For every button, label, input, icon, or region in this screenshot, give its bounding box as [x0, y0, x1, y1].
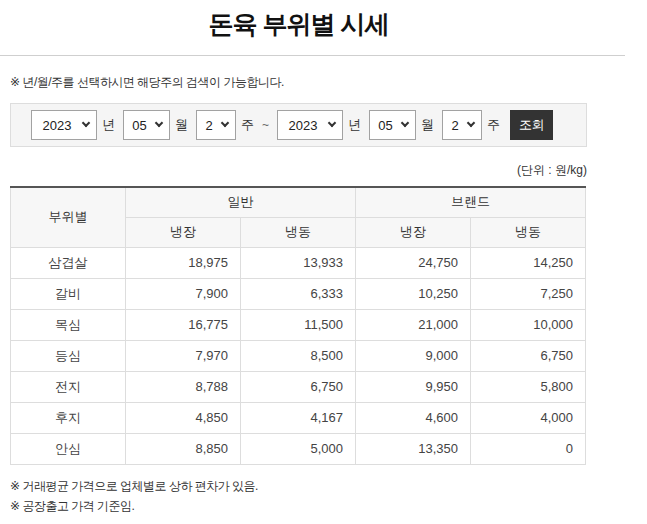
table-row: 갈비 7,900 6,333 10,250 7,250 — [11, 278, 586, 309]
start-week-select[interactable]: 2 — [196, 110, 236, 140]
price-cell: 6,750 — [471, 340, 586, 371]
price-cell: 7,250 — [471, 278, 586, 309]
search-button[interactable]: 조회 — [510, 110, 553, 140]
end-year-suffix: 년 — [348, 116, 361, 134]
end-month-select[interactable]: 05 — [369, 110, 416, 140]
price-cell: 5,800 — [471, 371, 586, 402]
price-cell: 11,500 — [241, 309, 356, 340]
price-cell: 24,750 — [356, 247, 471, 278]
start-week-select-wrap: 2 — [196, 110, 236, 140]
pork-price-table: 부위별 일반 브랜드 냉장 냉동 냉장 냉동 삼겹살 18,975 13,933… — [10, 186, 586, 465]
end-year-select[interactable]: 2023 — [277, 110, 343, 140]
guide-note: ※ 년/월/주를 선택하시면 해당주의 검색이 가능합니다. — [10, 74, 647, 91]
price-cell: 0 — [471, 433, 586, 464]
footnotes: ※ 거래평균 가격으로 업체별로 상하 편차가 있음. ※ 공장출고 가격 기준… — [10, 476, 647, 516]
price-cell: 7,970 — [126, 340, 241, 371]
footnote: ※ 거래평균 가격으로 업체별로 상하 편차가 있음. — [10, 476, 647, 496]
cut-name: 갈비 — [11, 278, 126, 309]
column-header-general-chilled: 냉장 — [126, 217, 241, 247]
title-divider — [0, 55, 625, 56]
price-cell: 13,350 — [356, 433, 471, 464]
start-month-select[interactable]: 05 — [123, 110, 170, 140]
end-week-select[interactable]: 2 — [442, 110, 482, 140]
start-year-select-wrap: 2023 — [31, 110, 97, 140]
price-cell: 5,000 — [241, 433, 356, 464]
page-title: 돈육 부위별 시세 — [10, 6, 587, 55]
cut-name: 안심 — [11, 433, 126, 464]
date-range-search-form: 2023 년 05 월 2 주 ~ 2023 년 — [10, 103, 587, 147]
unit-label: (단위 : 원/kg) — [10, 162, 587, 179]
cut-name: 목심 — [11, 309, 126, 340]
price-cell: 6,333 — [241, 278, 356, 309]
price-cell: 9,000 — [356, 340, 471, 371]
table-row: 삼겹살 18,975 13,933 24,750 14,250 — [11, 247, 586, 278]
table-row: 전지 8,788 6,750 9,950 5,800 — [11, 371, 586, 402]
column-header-brand-frozen: 냉동 — [471, 217, 586, 247]
end-month-select-wrap: 05 — [369, 110, 416, 140]
price-cell: 6,750 — [241, 371, 356, 402]
table-row: 등심 7,970 8,500 9,000 6,750 — [11, 340, 586, 371]
table-row: 후지 4,850 4,167 4,600 4,000 — [11, 402, 586, 433]
price-cell: 10,250 — [356, 278, 471, 309]
cut-name: 등심 — [11, 340, 126, 371]
price-cell: 8,850 — [126, 433, 241, 464]
table-row: 안심 8,850 5,000 13,350 0 — [11, 433, 586, 464]
price-cell: 8,500 — [241, 340, 356, 371]
price-cell: 9,950 — [356, 371, 471, 402]
price-cell: 21,000 — [356, 309, 471, 340]
cut-name: 전지 — [11, 371, 126, 402]
start-month-suffix: 월 — [175, 116, 188, 134]
column-group-brand: 브랜드 — [356, 187, 586, 217]
column-header-general-frozen: 냉동 — [241, 217, 356, 247]
end-week-select-wrap: 2 — [442, 110, 482, 140]
start-week-suffix: 주 — [241, 116, 254, 134]
price-cell: 10,000 — [471, 309, 586, 340]
end-month-suffix: 월 — [421, 116, 434, 134]
column-group-general: 일반 — [126, 187, 356, 217]
cut-name: 삼겹살 — [11, 247, 126, 278]
price-cell: 8,788 — [126, 371, 241, 402]
price-cell: 13,933 — [241, 247, 356, 278]
footnote: ※ 공장출고 가격 기준임. — [10, 496, 647, 516]
price-cell: 4,600 — [356, 402, 471, 433]
range-separator: ~ — [262, 118, 269, 132]
price-cell: 4,167 — [241, 402, 356, 433]
column-header-category: 부위별 — [11, 187, 126, 247]
price-cell: 4,000 — [471, 402, 586, 433]
table-row: 목심 16,775 11,500 21,000 10,000 — [11, 309, 586, 340]
start-month-select-wrap: 05 — [123, 110, 170, 140]
table-header-row-groups: 부위별 일반 브랜드 — [11, 187, 586, 217]
price-cell: 16,775 — [126, 309, 241, 340]
pork-price-page: 돈육 부위별 시세 ※ 년/월/주를 선택하시면 해당주의 검색이 가능합니다.… — [0, 0, 647, 524]
cut-name: 후지 — [11, 402, 126, 433]
start-year-select[interactable]: 2023 — [31, 110, 97, 140]
price-cell: 4,850 — [126, 402, 241, 433]
end-year-select-wrap: 2023 — [277, 110, 343, 140]
column-header-brand-chilled: 냉장 — [356, 217, 471, 247]
start-year-suffix: 년 — [102, 116, 115, 134]
price-cell: 14,250 — [471, 247, 586, 278]
price-cell: 18,975 — [126, 247, 241, 278]
end-week-suffix: 주 — [487, 116, 500, 134]
price-cell: 7,900 — [126, 278, 241, 309]
